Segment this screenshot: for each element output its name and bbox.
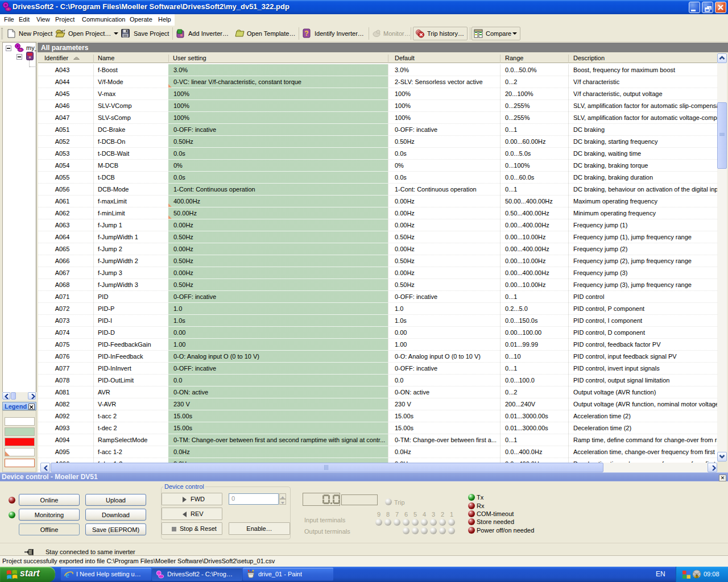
svg-text:!: !	[696, 575, 697, 579]
svg-text:e: e	[65, 570, 69, 579]
svg-text:?: ?	[304, 30, 308, 38]
